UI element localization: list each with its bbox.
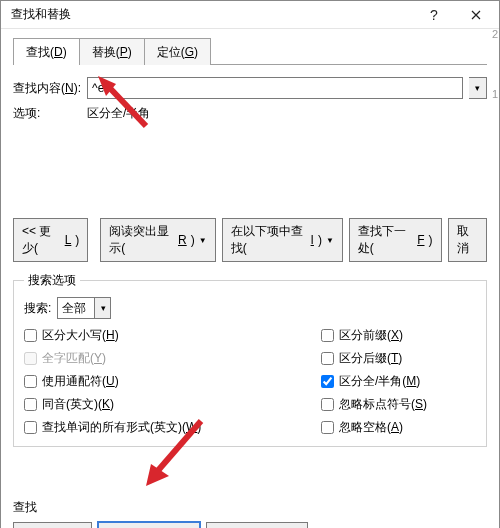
match-prefix-checkbox[interactable]: 区分前缀(X) <box>321 327 476 344</box>
line-number: 2 <box>492 28 498 40</box>
find-what-history-button[interactable]: ▾ <box>469 77 487 99</box>
tab-goto[interactable]: 定位(G) <box>144 38 211 65</box>
cancel-button[interactable]: 取消 <box>448 218 488 262</box>
chevron-down-icon: ▾ <box>94 298 110 318</box>
options-right-column: 区分前缀(X) 区分后缀(T) 区分全/半角(M) 忽略标点符号(S) <box>321 327 476 436</box>
match-case-checkbox[interactable]: 区分大小写(H) <box>24 327 321 344</box>
find-what-input[interactable] <box>87 77 463 99</box>
titlebar-buttons: ? <box>413 1 497 29</box>
word-forms-checkbox[interactable]: 查找单词的所有形式(英文)(W) <box>24 419 321 436</box>
chevron-down-icon: ▼ <box>326 236 334 245</box>
format-button-row: 格式(O)▼ 特殊格式(E)▼ 不限定格式(T) <box>13 522 487 528</box>
reading-highlight-button[interactable]: 阅读突出显示(R)▼ <box>100 218 215 262</box>
dialog-title: 查找和替换 <box>11 6 71 23</box>
main-button-row: << 更少(L) 阅读突出显示(R)▼ 在以下项中查找(I)▼ 查找下一处(F)… <box>13 218 487 262</box>
use-wildcards-checkbox[interactable]: 使用通配符(U) <box>24 373 321 390</box>
format-button[interactable]: 格式(O)▼ <box>13 522 92 528</box>
tab-find[interactable]: 查找(D) <box>13 38 80 65</box>
tab-row: 查找(D) 替换(P) 定位(G) <box>13 37 487 65</box>
options-value: 区分全/半角 <box>87 105 150 122</box>
options-left-column: 区分大小写(H) 全字匹配(Y) 使用通配符(U) 同音(英文)(K) <box>24 327 321 436</box>
ignore-punctuation-checkbox[interactable]: 忽略标点符号(S) <box>321 396 476 413</box>
special-format-button[interactable]: 特殊格式(E)▼ <box>98 522 200 528</box>
whole-word-checkbox: 全字匹配(Y) <box>24 350 321 367</box>
no-formatting-button: 不限定格式(T) <box>206 522 307 528</box>
match-width-checkbox[interactable]: 区分全/半角(M) <box>321 373 476 390</box>
find-format-section-label: 查找 <box>13 499 487 516</box>
options-label: 选项: <box>13 105 81 122</box>
search-direction-select[interactable]: 全部 ▾ <box>57 297 111 319</box>
less-button[interactable]: << 更少(L) <box>13 218 88 262</box>
search-options-group: 搜索选项 搜索: 全部 ▾ 区分大小写(H) 全字匹配(Y) <box>13 272 487 447</box>
help-button[interactable]: ? <box>413 1 455 29</box>
chevron-down-icon: ▾ <box>475 83 480 93</box>
find-what-label: 查找内容(N): <box>13 80 81 97</box>
close-button[interactable] <box>455 1 497 29</box>
line-number: 1 <box>492 88 498 100</box>
tab-replace[interactable]: 替换(P) <box>79 38 145 65</box>
ignore-whitespace-checkbox[interactable]: 忽略空格(A) <box>321 419 476 436</box>
chevron-down-icon: ▼ <box>199 236 207 245</box>
match-suffix-checkbox[interactable]: 区分后缀(T) <box>321 350 476 367</box>
search-options-legend: 搜索选项 <box>24 272 80 289</box>
close-icon <box>471 10 481 20</box>
find-in-button[interactable]: 在以下项中查找(I)▼ <box>222 218 343 262</box>
find-replace-dialog: 查找和替换 ? 查找(D) 替换(P) 定位(G) 查找内容(N): <box>0 0 500 528</box>
titlebar: 查找和替换 ? <box>1 1 499 29</box>
search-direction-label: 搜索: <box>24 300 51 317</box>
find-next-button[interactable]: 查找下一处(F) <box>349 218 442 262</box>
sounds-like-checkbox[interactable]: 同音(英文)(K) <box>24 396 321 413</box>
